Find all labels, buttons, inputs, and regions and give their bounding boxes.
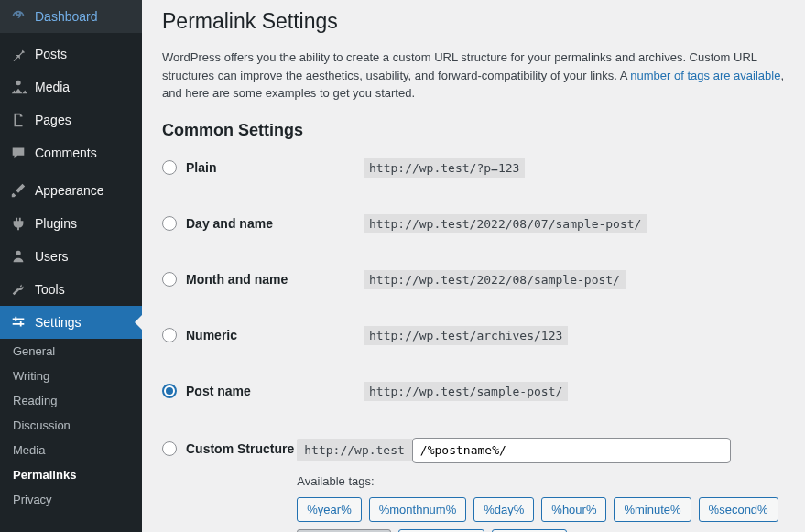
example-url: http://wp.test/archives/123 <box>364 326 568 345</box>
sub-item-discussion[interactable]: Discussion <box>0 413 142 438</box>
option-custom: Custom Structure http://wp.test Availabl… <box>162 438 805 533</box>
radio-custom[interactable] <box>162 441 177 456</box>
sub-item-media[interactable]: Media <box>0 438 142 462</box>
example-url: http://wp.test/2022/08/07/sample-post/ <box>364 214 647 233</box>
tag-day[interactable]: %day% <box>473 497 534 522</box>
user-icon <box>9 247 27 266</box>
tag-monthnum[interactable]: %monthnum% <box>369 497 467 522</box>
custom-structure-input[interactable] <box>412 438 731 463</box>
page-title: Permalink Settings <box>162 9 805 34</box>
sub-item-reading[interactable]: Reading <box>0 388 142 413</box>
option-label[interactable]: Plain <box>162 160 364 175</box>
sub-item-permalinks[interactable]: Permalinks <box>0 462 142 487</box>
option-label[interactable]: Numeric <box>162 328 364 342</box>
dashboard-icon <box>9 7 27 26</box>
option-day-name: Day and name http://wp.test/2022/08/07/s… <box>162 214 805 233</box>
sidebar-item-pages[interactable]: Pages <box>0 103 142 136</box>
main-content: Permalink Settings WordPress offers you … <box>142 0 805 532</box>
sub-item-writing[interactable]: Writing <box>0 364 142 388</box>
sidebar-item-settings[interactable]: Settings <box>0 306 142 339</box>
page-icon <box>9 111 27 129</box>
radio-day-name[interactable] <box>162 216 177 231</box>
radio-plain[interactable] <box>162 160 177 175</box>
tag-postname[interactable]: %postname% <box>297 529 390 533</box>
sub-item-privacy[interactable]: Privacy <box>0 487 142 512</box>
comment-icon <box>9 144 27 162</box>
tag-list: %year% %monthnum% %day% %hour% %minute% … <box>297 497 805 533</box>
tag-hour[interactable]: %hour% <box>541 497 606 522</box>
example-url: http://wp.test/?p=123 <box>364 158 525 178</box>
sidebar-item-users[interactable]: Users <box>0 240 142 273</box>
sidebar-item-label: Pages <box>35 113 71 127</box>
option-label[interactable]: Custom Structure <box>162 438 297 456</box>
sidebar-item-label: Plugins <box>35 216 77 231</box>
radio-month-name[interactable] <box>162 272 177 287</box>
sidebar-item-tools[interactable]: Tools <box>0 273 142 306</box>
sidebar-item-media[interactable]: Media <box>0 71 142 103</box>
tag-category[interactable]: %category% <box>398 529 485 533</box>
media-icon <box>9 78 27 96</box>
admin-sidebar: Dashboard Posts Media Pages Comments App… <box>0 0 142 532</box>
plugin-icon <box>9 214 27 233</box>
option-label[interactable]: Day and name <box>162 216 364 231</box>
tag-second[interactable]: %second% <box>699 497 778 522</box>
sidebar-item-posts[interactable]: Posts <box>0 38 142 71</box>
sidebar-item-appearance[interactable]: Appearance <box>0 174 142 207</box>
option-month-name: Month and name http://wp.test/2022/08/sa… <box>162 270 805 289</box>
option-post-name: Post name http://wp.test/sample-post/ <box>162 382 805 401</box>
pin-icon <box>9 45 27 63</box>
sidebar-item-comments[interactable]: Comments <box>0 136 142 169</box>
radio-numeric[interactable] <box>162 328 177 342</box>
option-label[interactable]: Month and name <box>162 272 364 287</box>
radio-post-name[interactable] <box>162 384 177 398</box>
sidebar-item-label: Comments <box>35 146 97 160</box>
tag-minute[interactable]: %minute% <box>614 497 691 522</box>
sidebar-item-label: Appearance <box>35 183 104 198</box>
available-tags-label: Available tags: <box>297 474 805 488</box>
tag-author[interactable]: %author% <box>492 529 567 533</box>
tag-year[interactable]: %year% <box>297 497 361 522</box>
url-prefix: http://wp.test <box>297 439 412 461</box>
wrench-icon <box>9 280 27 299</box>
sidebar-item-label: Posts <box>35 47 67 61</box>
page-description: WordPress offers you the ability to crea… <box>162 49 805 103</box>
sub-item-general[interactable]: General <box>0 339 142 364</box>
sidebar-item-dashboard[interactable]: Dashboard <box>0 0 142 33</box>
sidebar-item-label: Settings <box>35 315 82 330</box>
sidebar-item-label: Users <box>35 249 69 264</box>
option-label[interactable]: Post name <box>162 384 364 398</box>
example-url: http://wp.test/2022/08/sample-post/ <box>364 270 626 289</box>
brush-icon <box>9 181 27 200</box>
sidebar-item-label: Tools <box>35 282 65 297</box>
section-heading: Common Settings <box>162 121 805 140</box>
sidebar-item-plugins[interactable]: Plugins <box>0 207 142 240</box>
tags-link[interactable]: number of tags are available <box>630 69 780 82</box>
option-plain: Plain http://wp.test/?p=123 <box>162 158 805 178</box>
option-numeric: Numeric http://wp.test/archives/123 <box>162 326 805 345</box>
sidebar-item-label: Dashboard <box>35 9 98 24</box>
sliders-icon <box>9 313 27 331</box>
sidebar-item-label: Media <box>35 80 70 94</box>
example-url: http://wp.test/sample-post/ <box>364 382 568 401</box>
